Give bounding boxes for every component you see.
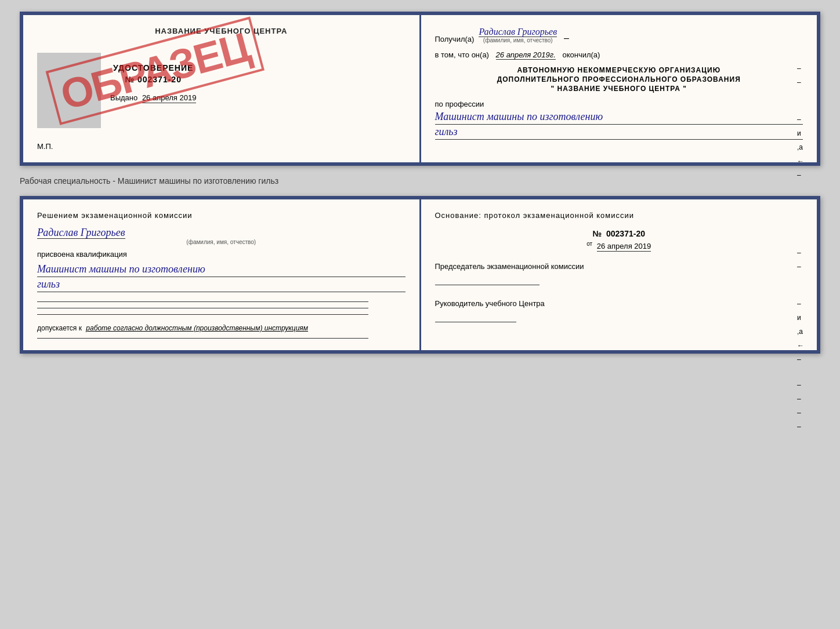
cert-info: УДОСТОВЕРЕНИЕ № 002371-20 Выдано 26 апре… (110, 59, 196, 102)
bottom-qual-line1: Машинист машины по изготовлению (37, 263, 405, 277)
number-value: 002371-20 (606, 229, 645, 238)
basis-label: Основание: протокол экзаменационной коми… (435, 211, 803, 220)
vtom-line: в том, что он(а) 26 апреля 2019г. окончи… (435, 50, 803, 59)
finished-label: окончил(а) (562, 50, 600, 59)
bottom-qual-line2: гильз (37, 278, 405, 292)
assigned-label: присвоена квалификация (37, 250, 405, 259)
page-container: НАЗВАНИЕ УЧЕБНОГО ЦЕНТРА УДОСТОВЕРЕНИЕ №… (20, 12, 820, 354)
top-left-title: НАЗВАНИЕ УЧЕБНОГО ЦЕНТРА (37, 27, 405, 35)
protocol-number: № 002371-20 (435, 229, 803, 238)
allowed-text: работе согласно должностным (производств… (86, 324, 308, 332)
profession-label: по профессии (435, 100, 803, 108)
cert-issued: Выдано 26 апреля 2019 (110, 93, 196, 102)
org-name: НАЗВАНИЕ УЧЕБНОГО ЦЕНТРА (557, 85, 680, 93)
number-label: № (593, 229, 602, 238)
mp-label: М.П. (37, 142, 405, 151)
vtom-date: 26 апреля 2019г. (496, 50, 556, 60)
fio-sublabel: (фамилия, имя, отчество) (479, 37, 557, 43)
head-label: Руководитель учебного Центра (435, 299, 803, 308)
top-left-panel: НАЗВАНИЕ УЧЕБНОГО ЦЕНТРА УДОСТОВЕРЕНИЕ №… (23, 15, 421, 162)
photo-placeholder (37, 47, 101, 136)
separator-text: Рабочая специальность - Машинист машины … (20, 173, 820, 189)
bottom-right-dashes: – – – и ,а ← – – – – – (797, 246, 804, 434)
from-label: от (586, 241, 592, 247)
received-label: Получил(а) (435, 35, 475, 43)
top-document: НАЗВАНИЕ УЧЕБНОГО ЦЕНТРА УДОСТОВЕРЕНИЕ №… (20, 12, 820, 166)
profession-line2: гильз (435, 126, 803, 140)
bottom-fio-sub: (фамилия, имя, отчество) (37, 239, 405, 245)
org-line2: ДОПОЛНИТЕЛЬНОГО ПРОФЕССИОНАЛЬНОГО ОБРАЗО… (435, 75, 803, 83)
cert-doc-number: № 002371-20 (110, 75, 196, 84)
decision-label: Решением экзаменационной комиссии (37, 211, 405, 220)
bottom-right-panel: Основание: протокол экзаменационной коми… (421, 199, 817, 350)
from-date-line: от 26 апреля 2019 (435, 241, 803, 250)
profession-line1: Машинист машины по изготовлению (435, 111, 803, 125)
org-line1: АВТОНОМНУЮ НЕКОММЕРЧЕСКУЮ ОРГАНИЗАЦИЮ (435, 66, 803, 74)
bottom-person-name: Радислав Григорьев (37, 227, 125, 239)
allowed-container: допускается к работе согласно должностны… (37, 324, 405, 332)
received-name: Радислав Григорьев (479, 27, 557, 37)
received-line: Получил(а) Радислав Григорьев (фамилия, … (435, 27, 803, 43)
bottom-document: Решением экзаменационной комиссии Радисл… (20, 196, 820, 354)
allowed-label: допускается к (37, 324, 82, 332)
org-quotes2: " (683, 85, 687, 93)
from-date: 26 апреля 2019 (597, 242, 651, 252)
cert-doc-title: УДОСТОВЕРЕНИЕ (110, 63, 196, 72)
org-quotes1: " (551, 85, 555, 93)
chairman-label: Председатель экзаменационной комиссии (435, 262, 803, 271)
vtom-label: в том, что он(а) (435, 50, 489, 59)
issued-date: 26 апреля 2019 (142, 93, 197, 103)
org-name-line: " НАЗВАНИЕ УЧЕБНОГО ЦЕНТРА " (435, 85, 803, 93)
bottom-left-panel: Решением экзаменационной комиссии Радисл… (23, 199, 421, 350)
top-right-panel: Получил(а) Радислав Григорьев (фамилия, … (421, 15, 817, 162)
